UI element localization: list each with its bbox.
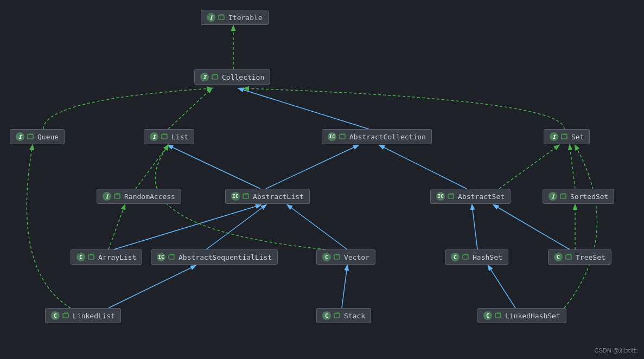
svg-rect-15 bbox=[566, 255, 571, 259]
node-abstract-sequential-list: IC AbstractSequentialList bbox=[151, 249, 278, 265]
node-queue: I Queue bbox=[10, 129, 65, 144]
node-random-access: I RandomAccess bbox=[97, 189, 181, 204]
icon-collection: I bbox=[200, 73, 209, 81]
node-hash-set: C HashSet bbox=[445, 249, 508, 265]
svg-rect-12 bbox=[169, 255, 174, 259]
pkg-icon-queue bbox=[27, 133, 35, 140]
diagram-container: I Iterable I Collection I Queue I List I… bbox=[0, 0, 644, 359]
pkg-icon-abstract-collection bbox=[339, 133, 347, 140]
label-vector: Vector bbox=[344, 253, 369, 261]
svg-rect-17 bbox=[334, 313, 340, 318]
svg-rect-2 bbox=[212, 75, 218, 79]
svg-rect-5 bbox=[340, 134, 345, 139]
svg-rect-14 bbox=[463, 255, 468, 259]
icon-abstract-collection: IC bbox=[328, 132, 336, 141]
icon-vector: C bbox=[322, 253, 331, 261]
node-set: I Set bbox=[544, 129, 590, 144]
node-collection: I Collection bbox=[194, 69, 270, 85]
label-set: Set bbox=[571, 133, 584, 141]
label-stack: Stack bbox=[344, 312, 365, 320]
label-linked-hash-set: LinkedHashSet bbox=[505, 312, 560, 320]
node-linked-list: C LinkedList bbox=[45, 308, 121, 323]
pkg-icon-linked-hash-set bbox=[495, 312, 502, 319]
node-abstract-list: IC AbstractList bbox=[225, 189, 310, 204]
pkg-icon-abstract-sequential-list bbox=[168, 253, 176, 261]
label-random-access: RandomAccess bbox=[124, 193, 175, 201]
label-iterable: Iterable bbox=[228, 14, 263, 22]
pkg-icon-array-list bbox=[88, 253, 95, 261]
icon-abstract-sequential-list: IC bbox=[157, 253, 165, 261]
svg-rect-16 bbox=[63, 313, 68, 318]
svg-rect-3 bbox=[28, 134, 33, 139]
node-sorted-set: I SortedSet bbox=[543, 189, 614, 204]
pkg-icon-stack bbox=[334, 312, 341, 319]
node-array-list: C ArrayList bbox=[71, 249, 142, 265]
node-tree-set: C TreeSet bbox=[548, 249, 611, 265]
pkg-icon-vector bbox=[334, 253, 341, 261]
watermark: CSDN @刘大壮. bbox=[595, 347, 639, 355]
label-sorted-set: SortedSet bbox=[570, 193, 608, 201]
svg-rect-10 bbox=[560, 194, 566, 198]
icon-linked-hash-set: C bbox=[483, 311, 492, 320]
pkg-icon-abstract-set bbox=[448, 193, 455, 200]
svg-rect-11 bbox=[88, 255, 94, 259]
label-abstract-collection: AbstractCollection bbox=[349, 133, 426, 141]
node-list: I List bbox=[144, 129, 194, 144]
label-list: List bbox=[171, 133, 188, 141]
svg-rect-8 bbox=[243, 194, 248, 198]
pkg-icon-tree-set bbox=[565, 253, 573, 261]
node-linked-hash-set: C LinkedHashSet bbox=[477, 308, 566, 323]
pkg-icon-sorted-set bbox=[560, 193, 568, 200]
icon-queue: I bbox=[16, 132, 24, 141]
label-queue: Queue bbox=[37, 133, 59, 141]
pkg-icon-iterable bbox=[218, 14, 226, 21]
label-collection: Collection bbox=[222, 73, 264, 81]
pkg-icon-set bbox=[561, 133, 569, 140]
node-vector: C Vector bbox=[316, 249, 375, 265]
pkg-icon-list bbox=[161, 133, 169, 140]
icon-hash-set: C bbox=[451, 253, 460, 261]
icon-sorted-set: I bbox=[549, 192, 557, 201]
node-abstract-collection: IC AbstractCollection bbox=[322, 129, 432, 144]
label-linked-list: LinkedList bbox=[73, 312, 115, 320]
label-tree-set: TreeSet bbox=[576, 253, 605, 261]
icon-tree-set: C bbox=[554, 253, 563, 261]
svg-rect-9 bbox=[448, 194, 454, 198]
svg-rect-1 bbox=[219, 15, 224, 20]
svg-rect-6 bbox=[562, 134, 567, 139]
icon-abstract-set: IC bbox=[436, 192, 445, 201]
icon-random-access: I bbox=[103, 192, 111, 201]
pkg-icon-linked-list bbox=[62, 312, 70, 319]
pkg-icon-hash-set bbox=[462, 253, 470, 261]
icon-abstract-list: IC bbox=[231, 192, 240, 201]
node-abstract-set: IC AbstractSet bbox=[430, 189, 511, 204]
svg-rect-7 bbox=[114, 194, 120, 198]
svg-rect-13 bbox=[334, 255, 340, 259]
label-hash-set: HashSet bbox=[473, 253, 502, 261]
label-abstract-set: AbstractSet bbox=[458, 193, 505, 201]
pkg-icon-abstract-list bbox=[243, 193, 250, 200]
node-iterable: I Iterable bbox=[201, 10, 269, 25]
label-abstract-list: AbstractList bbox=[253, 193, 304, 201]
icon-set: I bbox=[550, 132, 558, 141]
pkg-icon-collection bbox=[212, 73, 219, 81]
svg-rect-4 bbox=[162, 134, 167, 139]
icon-array-list: C bbox=[76, 253, 85, 261]
connections-svg bbox=[0, 0, 644, 359]
pkg-icon-random-access bbox=[114, 193, 122, 200]
icon-linked-list: C bbox=[51, 311, 60, 320]
svg-rect-18 bbox=[495, 313, 501, 318]
icon-iterable: I bbox=[207, 13, 215, 22]
label-abstract-sequential-list: AbstractSequentialList bbox=[178, 253, 272, 261]
label-array-list: ArrayList bbox=[98, 253, 136, 261]
icon-list: I bbox=[150, 132, 158, 141]
node-stack: C Stack bbox=[316, 308, 371, 323]
icon-stack: C bbox=[322, 311, 331, 320]
